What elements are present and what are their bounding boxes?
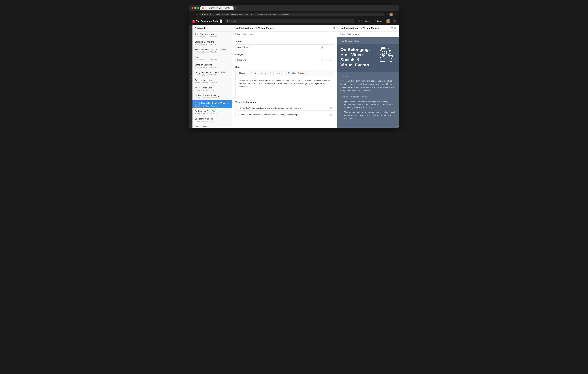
app-brand: S The Community Club bbox=[192, 20, 218, 23]
reload-button[interactable]: ↻ bbox=[196, 13, 198, 16]
list-item[interactable]: Ad Hoc Video Calls Belonging, by Steph M… bbox=[192, 85, 232, 93]
author-expand-button[interactable]: ⌄ bbox=[328, 45, 333, 50]
editor-fullscreen-button[interactable]: ⤢ bbox=[329, 71, 332, 75]
right-panel: Host Video Socials & Virtual Events ⋯ ⊞ … bbox=[337, 25, 399, 128]
preview-more-button[interactable]: ⋯ bbox=[387, 27, 390, 30]
image-label: Image bbox=[279, 72, 284, 74]
delete-think-item-2-button[interactable]: 🗑 bbox=[330, 113, 332, 116]
drag-handle-icon[interactable]: ⠿ bbox=[237, 113, 239, 116]
chrome-menu-icon[interactable]: ⋮ bbox=[394, 13, 397, 16]
category-link-button[interactable]: 🔗 bbox=[320, 58, 324, 62]
back-button[interactable]: ‹ bbox=[191, 13, 192, 16]
preview-body: The Idea Just like we have team nights a… bbox=[337, 72, 399, 124]
bold-button[interactable]: B bbox=[250, 71, 253, 75]
tab-bar: S The Community Club – Sanity × + bbox=[200, 6, 397, 10]
preview-think-item-1: 1. If you didn't have socials arranged p… bbox=[340, 100, 396, 109]
svg-point-5 bbox=[387, 22, 389, 23]
text-style-select[interactable]: Normal bbox=[237, 71, 249, 75]
list-item[interactable]: Eliminate Distractions Wellbeing, by Ste… bbox=[192, 39, 232, 47]
think-about-title: Things to think about bbox=[235, 101, 334, 103]
blog-item-title: Be an Active Listener bbox=[195, 79, 214, 81]
add-blog-post-button[interactable]: + bbox=[225, 27, 226, 30]
author-reference-actions: 🔗 × ⌄ bbox=[319, 45, 334, 50]
blog-item-meta: Wellbeing, by Steph Metcalfe bbox=[195, 51, 230, 53]
drag-handle-icon[interactable]: ⠿ bbox=[237, 107, 239, 109]
editor-split-button[interactable]: ⊞ bbox=[333, 27, 335, 30]
list-item[interactable]: End of Day Standup Belonging, by Steph M… bbox=[192, 116, 232, 124]
list-item[interactable]: Move Wellbeing, by Steph Metcalfe bbox=[192, 54, 232, 62]
bookmark-icon[interactable]: ☆ bbox=[386, 13, 388, 16]
author-link-button[interactable]: 🔗 bbox=[320, 45, 324, 50]
tab-editor[interactable]: Editor bbox=[235, 31, 240, 37]
new-tab-button[interactable]: + bbox=[235, 7, 236, 9]
list-item[interactable]: Take Care of Yourself Wellbeing, by Step… bbox=[192, 31, 232, 39]
list-item[interactable]: Establish a Routine Wellbeing, by Steph … bbox=[192, 62, 232, 70]
sidebar-tab-content[interactable]: Content bbox=[189, 25, 192, 128]
preview-tab-web-preview[interactable]: Web preview bbox=[347, 31, 359, 37]
preview-tab-editor[interactable]: Editor bbox=[340, 31, 345, 37]
link-button[interactable]: 🔗 bbox=[268, 71, 272, 75]
desk-icon: ⊟ bbox=[375, 20, 376, 22]
blog-item-meta: Belonging, by Steph Metcalfe bbox=[195, 89, 230, 91]
app-nav: ⊞ Dashboard ⊟ Desk bbox=[356, 19, 384, 23]
list-item[interactable]: Know When to Call it Quit... DRAFT Wellb… bbox=[192, 47, 232, 54]
search-input[interactable] bbox=[230, 20, 352, 22]
preview-hero-title: On Belonging: Host Video Socials & Virtu… bbox=[340, 47, 373, 68]
maximize-dot[interactable] bbox=[197, 7, 199, 9]
list-item-active[interactable]: 🎮 🍸 Host Video Socials & Virtual Eve... … bbox=[192, 100, 232, 109]
category-field-group: Category Belonging 🔗 × ⌄ bbox=[235, 53, 334, 63]
active-item-icon-1: 🎮 bbox=[195, 102, 197, 105]
author-reference-button[interactable]: 👤 Author reference bbox=[286, 71, 306, 75]
category-expand-button[interactable]: ⌄ bbox=[328, 57, 333, 63]
search-bar[interactable]: 🔍 bbox=[225, 19, 354, 23]
blog-item-meta: Wellbeing, by Steph Metcalfe bbox=[195, 59, 230, 61]
list-item[interactable]: Inspire a Culture of Sharing Belonging, … bbox=[192, 93, 232, 100]
blog-item-title: End of Day Standup bbox=[195, 118, 213, 120]
preview-think-item-2: 2. Often we dont really know how someone… bbox=[340, 111, 396, 120]
tab-close-icon[interactable]: × bbox=[231, 7, 231, 9]
add-workspace-button[interactable]: + bbox=[220, 20, 222, 23]
close-dot[interactable] bbox=[191, 7, 193, 9]
address-bar[interactable]: 🔒 localhost:3333/desk/blogPosts;19a5eac0… bbox=[199, 12, 385, 16]
svg-point-7 bbox=[382, 51, 383, 52]
category-reference-input: Belonging 🔗 × ⌄ bbox=[235, 57, 334, 63]
preview-idea-title: The Idea bbox=[340, 75, 396, 78]
image-insert-button[interactable]: ▭ Image bbox=[275, 71, 285, 75]
active-tab[interactable]: S The Community Club – Sanity × bbox=[200, 6, 233, 10]
forward-button[interactable]: › bbox=[194, 13, 195, 16]
numbered-list-button[interactable]: ≡ bbox=[264, 71, 267, 75]
blog-item-title: Know When to Call it Quit... bbox=[195, 48, 219, 51]
address-url: localhost:3333/desk/blogPosts;19a5eac0-5… bbox=[204, 13, 289, 15]
list-item[interactable]: Designate Your Workspace DRAFT Wellbeing… bbox=[192, 70, 232, 77]
tab-web-preview[interactable]: Web preview bbox=[242, 31, 254, 37]
preview-think-text-1: If you didn't have socials arranged prio… bbox=[344, 100, 396, 109]
image-icon: ▭ bbox=[277, 72, 278, 74]
author-clear-button[interactable]: × bbox=[325, 45, 327, 50]
blog-item-meta: Belonging, by Steph Metcalfe bbox=[195, 81, 230, 83]
blog-posts-more-button[interactable]: ⋯ bbox=[227, 27, 230, 30]
user-avatar[interactable] bbox=[386, 19, 390, 23]
category-clear-button[interactable]: × bbox=[325, 58, 327, 62]
minimize-dot[interactable] bbox=[194, 7, 196, 9]
help-icon[interactable]: ? bbox=[393, 20, 396, 23]
preview-split-button[interactable]: ⊞ bbox=[391, 27, 393, 30]
italic-button[interactable]: I bbox=[254, 71, 257, 75]
list-num-2: 2. bbox=[340, 111, 342, 120]
svg-point-4 bbox=[388, 20, 389, 21]
browser-user-avatar[interactable] bbox=[389, 12, 393, 16]
editor-tabs: Editor Web preview bbox=[232, 31, 337, 37]
blog-item-title: Establish a Routine bbox=[195, 64, 212, 66]
delete-think-item-1-button[interactable]: 🗑 bbox=[330, 107, 332, 109]
nav-desk[interactable]: ⊟ Desk bbox=[373, 19, 384, 23]
nav-dashboard[interactable]: ⊞ Dashboard bbox=[356, 19, 372, 23]
blog-posts-header: Blog posts + ⋯ bbox=[192, 25, 232, 31]
preview-close-button[interactable]: ✕ bbox=[394, 27, 396, 30]
content-area: Content Blog posts + ⋯ Take Care of Your… bbox=[189, 25, 399, 128]
body-editor[interactable]: Just like we have team nights and social… bbox=[235, 76, 334, 98]
bullet-list-button[interactable]: ≡ bbox=[260, 71, 263, 75]
list-item[interactable]: Be There for Each Other Belonging, by St… bbox=[192, 109, 232, 116]
list-item[interactable]: Be an Active Listener Belonging, by Step… bbox=[192, 77, 232, 85]
list-item[interactable]: Virtual Coffees Belonging, by Steph Metc… bbox=[192, 124, 232, 128]
blog-item-title: Virtual Coffees bbox=[195, 125, 208, 128]
editor-more-button[interactable]: ⋯ bbox=[329, 27, 332, 30]
